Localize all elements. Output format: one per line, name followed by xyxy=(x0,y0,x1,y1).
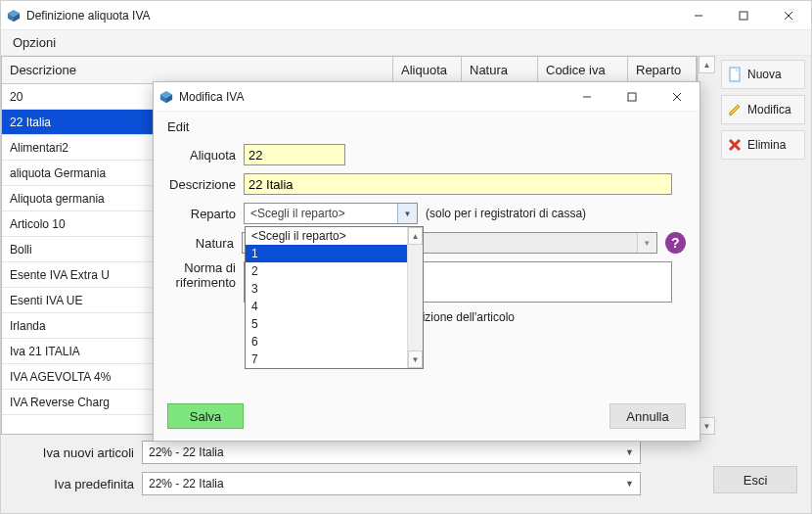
dropdown-item[interactable]: <Scegli il reparto> xyxy=(246,227,407,245)
reparto-dropdown-popup: <Scegli il reparto>1234567 ▲ ▼ xyxy=(245,226,424,369)
chevron-down-icon: ▼ xyxy=(637,233,656,253)
app-window: Definizione aliquota IVA Opzioni Descriz… xyxy=(0,0,812,514)
esci-button[interactable]: Esci xyxy=(713,466,797,493)
annulla-label: Annulla xyxy=(626,409,668,424)
reparto-select[interactable]: <Scegli il reparto> ▼ xyxy=(244,203,418,224)
svg-rect-17 xyxy=(628,93,636,101)
dropdown-item[interactable]: 6 xyxy=(246,333,407,350)
main-window-title: Definizione aliquota IVA xyxy=(26,9,151,23)
dropdown-item[interactable]: 1 xyxy=(246,245,407,262)
descrizione-input[interactable] xyxy=(244,173,672,195)
modifica-iva-dialog: Modifica IVA Edit Aliquota Descrizione R… xyxy=(153,81,700,442)
elimina-button[interactable]: Elimina xyxy=(721,130,805,160)
descrizione-label: Descrizione xyxy=(167,177,236,192)
dropdown-item[interactable]: 2 xyxy=(246,262,407,280)
reparto-placeholder: <Scegli il reparto> xyxy=(245,207,351,220)
reparto-hint: (solo per i registratori di cassa) xyxy=(426,207,586,220)
dialog-maximize-button[interactable] xyxy=(609,82,654,112)
annulla-button[interactable]: Annulla xyxy=(609,403,686,429)
salva-button[interactable]: Salva xyxy=(167,403,244,429)
include-descrizione-text: escrizione dell'articolo xyxy=(400,310,686,324)
close-icon xyxy=(784,11,793,21)
iva-pred-select[interactable]: 22% - 22 Italia ▼ xyxy=(142,472,641,495)
norma-label: Norma diriferimento xyxy=(167,261,236,291)
dialog-titlebar: Modifica IVA xyxy=(154,82,699,112)
side-buttons: Nuova Modifica Elimina xyxy=(715,56,811,435)
nuova-button[interactable]: Nuova xyxy=(721,60,805,89)
modifica-button[interactable]: Modifica xyxy=(721,95,805,124)
nuova-label: Nuova xyxy=(747,68,782,81)
dropdown-item[interactable]: 4 xyxy=(246,298,407,315)
delete-x-icon xyxy=(728,138,742,152)
modifica-label: Modifica xyxy=(747,103,791,117)
scroll-down-icon[interactable]: ▼ xyxy=(408,350,423,368)
elimina-label: Elimina xyxy=(747,138,786,152)
reparto-label: Reparto xyxy=(167,207,236,221)
close-icon xyxy=(672,92,682,102)
menu-opzioni[interactable]: Opzioni xyxy=(13,35,56,50)
dropdown-item[interactable]: 7 xyxy=(246,350,407,368)
scroll-up-icon[interactable]: ▲ xyxy=(699,56,715,73)
salva-label: Salva xyxy=(190,409,222,424)
dropdown-item[interactable]: 3 xyxy=(246,280,407,298)
minimize-button[interactable] xyxy=(676,1,721,30)
maximize-icon xyxy=(739,11,748,21)
esci-label: Esci xyxy=(744,473,768,488)
scroll-up-icon[interactable]: ▲ xyxy=(408,227,423,245)
chevron-down-icon: ▼ xyxy=(625,479,634,489)
grid-header: Descrizione Aliquota Natura Codice iva R… xyxy=(2,57,697,84)
header-codice[interactable]: Codice iva xyxy=(538,57,628,83)
dialog-title: Modifica IVA xyxy=(179,90,244,104)
main-titlebar: Definizione aliquota IVA xyxy=(1,1,811,30)
scroll-down-icon[interactable]: ▼ xyxy=(699,417,715,435)
dropdown-item[interactable]: 5 xyxy=(246,315,407,333)
iva-nuovi-value: 22% - 22 Italia xyxy=(149,445,224,459)
chevron-down-icon: ▼ xyxy=(625,447,634,457)
svg-rect-4 xyxy=(740,12,747,20)
pencil-icon xyxy=(728,103,742,117)
iva-pred-value: 22% - 22 Italia xyxy=(149,477,224,491)
close-button[interactable] xyxy=(766,1,811,30)
svg-rect-7 xyxy=(730,68,740,81)
header-reparto[interactable]: Reparto xyxy=(628,57,697,83)
iva-pred-label: Iva predefinita xyxy=(17,477,134,491)
new-page-icon xyxy=(728,67,742,82)
iva-nuovi-select[interactable]: 22% - 22 Italia ▼ xyxy=(142,441,641,464)
minimize-icon xyxy=(694,11,703,21)
maximize-button[interactable] xyxy=(721,1,766,30)
header-aliquota[interactable]: Aliquota xyxy=(393,57,462,83)
svg-marker-9 xyxy=(730,105,740,115)
natura-label: Natura xyxy=(167,236,234,251)
maximize-icon xyxy=(627,92,637,102)
bottom-panel: Iva nuovi articoli 22% - 22 Italia ▼ Iva… xyxy=(1,435,811,513)
chevron-down-icon: ▼ xyxy=(397,204,417,223)
header-descrizione[interactable]: Descrizione xyxy=(2,57,393,83)
header-natura[interactable]: Natura xyxy=(462,57,538,83)
app-icon xyxy=(7,9,21,23)
menubar: Opzioni xyxy=(1,30,811,56)
aliquota-input[interactable] xyxy=(244,144,345,165)
dialog-minimize-button[interactable] xyxy=(564,82,609,112)
dialog-close-button[interactable] xyxy=(654,82,699,112)
minimize-icon xyxy=(582,92,592,102)
dropdown-scrollbar[interactable]: ▲ ▼ xyxy=(407,227,423,368)
aliquota-label: Aliquota xyxy=(167,148,236,163)
iva-nuovi-label: Iva nuovi articoli xyxy=(17,445,134,460)
help-icon[interactable]: ? xyxy=(665,232,686,254)
edit-section-label: Edit xyxy=(167,119,686,134)
app-icon xyxy=(159,90,173,104)
